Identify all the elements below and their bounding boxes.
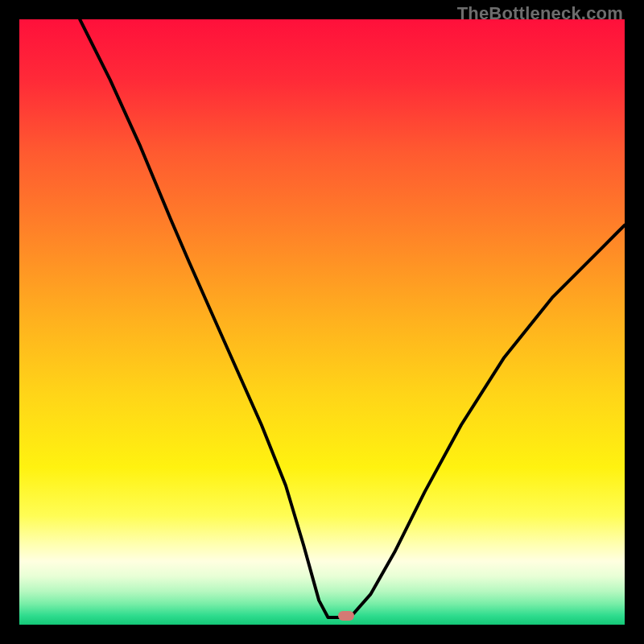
watermark-text: TheBottleneck.com — [457, 3, 623, 24]
chart-frame: TheBottleneck.com — [0, 0, 644, 644]
plot-area — [19, 19, 625, 625]
optimal-point-marker — [338, 611, 354, 621]
bottleneck-curve — [19, 19, 625, 625]
